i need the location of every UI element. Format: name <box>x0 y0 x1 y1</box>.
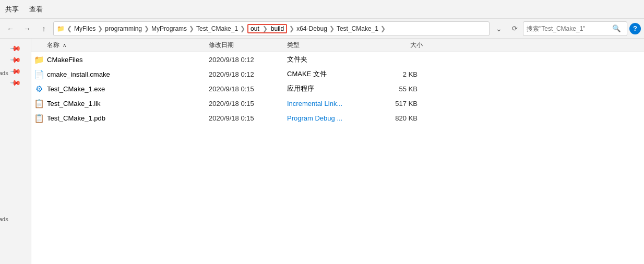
file-date: 2020/9/18 0:12 <box>209 70 287 78</box>
pin-icon-2[interactable]: 📌 <box>9 53 21 65</box>
search-button[interactable]: 🔍 <box>612 25 621 32</box>
col-header-type[interactable]: 类型 <box>287 41 381 50</box>
file-type: 文件夹 <box>287 55 381 64</box>
file-icon: 📋 <box>31 113 47 123</box>
table-row[interactable]: 📋 Test_CMake_1.ilk 2020/9/18 0:15 Increm… <box>31 96 644 111</box>
file-icon: ⚙ <box>31 84 47 94</box>
sidebar-label-bottom: ads <box>0 216 8 222</box>
file-name: Test_CMake_1.exe <box>47 85 209 93</box>
forward-button[interactable]: → <box>20 21 34 36</box>
help-button[interactable]: ? <box>629 23 641 34</box>
file-type: 应用程序 <box>287 84 381 93</box>
up-button[interactable]: ↑ <box>37 21 51 36</box>
file-size: 2 KB <box>381 70 423 78</box>
file-type: CMAKE 文件 <box>287 69 381 79</box>
file-date: 2020/9/18 0:15 <box>209 114 287 122</box>
segment-x64debug[interactable]: x64-Debug <box>296 25 327 32</box>
file-date: 2020/9/18 0:15 <box>209 100 287 107</box>
file-list-area: 名称 ∧ 修改日期 类型 大小 📁 CMakeFiles 2020/9/18 0… <box>31 39 644 264</box>
file-icon: 📄 <box>31 69 47 79</box>
file-name: Test_CMake_1.pdb <box>47 114 209 122</box>
table-row[interactable]: 📁 CMakeFiles 2020/9/18 0:12 文件夹 <box>31 52 644 67</box>
search-input[interactable] <box>527 25 610 32</box>
segment-programming[interactable]: programming <box>105 25 142 32</box>
column-headers: 名称 ∧ 修改日期 类型 大小 <box>31 39 644 52</box>
refresh-button[interactable]: ⟳ <box>508 22 521 35</box>
sidebar: ads 📌 📌 📌 📌 ads <box>0 39 31 264</box>
search-box: 🔍 <box>523 21 627 36</box>
file-date: 2020/9/18 0:15 <box>209 85 287 93</box>
file-icon: 📁 <box>31 55 47 65</box>
folder-icon: 📁 <box>57 25 65 32</box>
file-name: cmake_install.cmake <box>47 70 209 78</box>
segment-testcmake1[interactable]: Test_CMake_1 <box>196 25 238 32</box>
segment-build[interactable]: build <box>271 25 284 32</box>
table-row[interactable]: 📋 Test_CMake_1.pdb 2020/9/18 0:15 Progra… <box>31 111 644 125</box>
segment-out[interactable]: out <box>251 25 259 32</box>
address-dropdown-button[interactable]: ⌄ <box>492 21 506 36</box>
pin-icon-1[interactable]: 📌 <box>9 42 21 54</box>
toolbar: 共享 查看 <box>0 0 644 19</box>
segment-testcmake1-2[interactable]: Test_CMake_1 <box>337 25 378 32</box>
file-size: 517 KB <box>381 100 423 107</box>
addressbar-row: ← → ↑ 📁 ❮ MyFiles ❯ programming ❯ MyProg… <box>0 19 644 39</box>
toolbar-view[interactable]: 查看 <box>29 5 43 14</box>
file-name: CMakeFiles <box>47 56 209 64</box>
toolbar-share[interactable]: 共享 <box>5 5 19 14</box>
file-date: 2020/9/18 0:12 <box>209 56 287 64</box>
file-type: Program Debug ... <box>287 114 381 122</box>
sort-arrow: ∧ <box>63 42 66 48</box>
segment-myfiles[interactable]: MyFiles <box>74 25 96 32</box>
sidebar-label-top: ads <box>0 70 8 76</box>
back-button[interactable]: ← <box>3 21 18 36</box>
file-size: 55 KB <box>381 85 423 93</box>
table-row[interactable]: 📄 cmake_install.cmake 2020/9/18 0:12 CMA… <box>31 67 644 81</box>
pin-icon-4[interactable]: 📌 <box>9 76 21 88</box>
file-rows-container: 📁 CMakeFiles 2020/9/18 0:12 文件夹 📄 cmake_… <box>31 52 644 125</box>
segment-myprograms[interactable]: MyPrograms <box>151 25 187 32</box>
table-row[interactable]: ⚙ Test_CMake_1.exe 2020/9/18 0:15 应用程序 5… <box>31 81 644 96</box>
file-name: Test_CMake_1.ilk <box>47 100 209 107</box>
pin-icon-3[interactable]: 📌 <box>9 65 21 77</box>
file-type: Incremental Link... <box>287 100 381 107</box>
file-size: 820 KB <box>381 114 423 122</box>
segment-highlighted[interactable]: out ❯ build <box>247 24 287 33</box>
col-header-date[interactable]: 修改日期 <box>209 41 287 50</box>
address-bar[interactable]: 📁 ❮ MyFiles ❯ programming ❯ MyPrograms ❯… <box>53 21 490 36</box>
file-icon: 📋 <box>31 99 47 109</box>
col-header-size[interactable]: 大小 <box>381 41 423 50</box>
col-header-name[interactable]: 名称 ∧ <box>31 41 209 50</box>
